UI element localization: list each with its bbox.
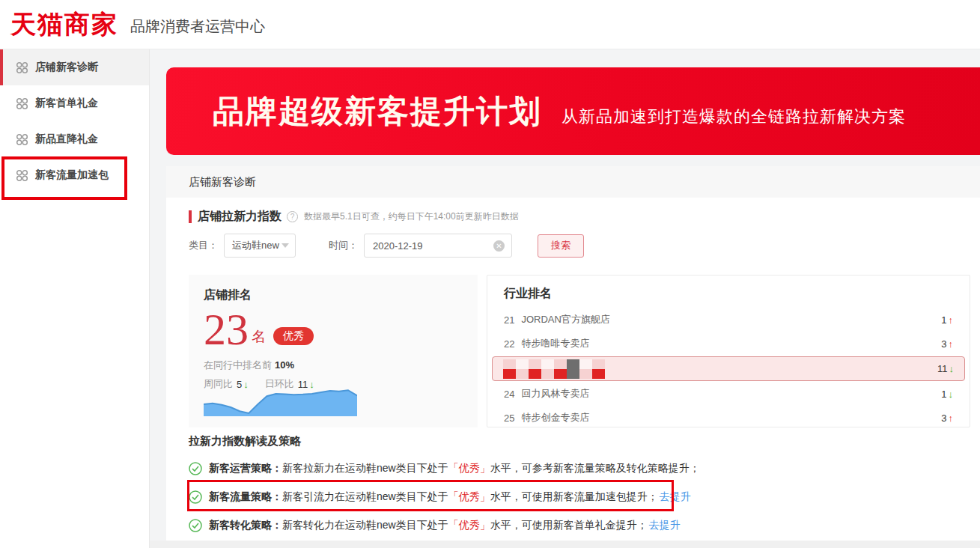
check-circle-icon xyxy=(189,462,202,475)
shop-rank-title: 店铺排名 xyxy=(204,287,463,303)
industry-rank-card: 行业排名 21 JORDAN官方旗舰店 1↑ 22 特步噜啡专卖店 3↑ xyxy=(487,275,970,427)
go-improve-link[interactable]: 去提升 xyxy=(660,490,691,504)
shop-rank-number: 23 xyxy=(204,308,249,351)
banner-subtitle: 从新品加速到打造爆款的全链路拉新解决方案 xyxy=(561,106,906,128)
strategy-grade: 「优秀」 xyxy=(448,519,490,532)
percentile-label: 在同行中排名前 xyxy=(204,359,272,371)
sidebar-item-new-product-discount-gift[interactable]: 新品直降礼金 xyxy=(0,121,149,157)
check-circle-icon xyxy=(189,490,202,504)
date-value: 2020-12-19 xyxy=(373,240,423,252)
strategies-title: 拉新力指数解读及策略 xyxy=(189,434,965,448)
industry-rank-title: 行业排名 xyxy=(487,284,970,308)
sidebar-item-label: 新客首单礼金 xyxy=(35,97,98,110)
strategy-grade: 「优秀」 xyxy=(448,490,490,504)
title-accent-bar xyxy=(189,210,192,223)
strategy-text-pre: 新客转化力在运动鞋new类目下处于 xyxy=(282,519,448,532)
strategy-line-traffic: 新客流量策略： 新客引流力在运动鞋new类目下处于 「优秀」 水平，可使用新客流… xyxy=(189,488,965,505)
strategy-text-pre: 新客引流力在运动鞋new类目下处于 xyxy=(282,490,448,504)
sidebar-nav: 店铺新客诊断 新客首单礼金 新品直降礼金 新客流量加速包 xyxy=(0,49,150,548)
sidebar-item-label: 新客流量加速包 xyxy=(35,168,109,182)
tmall-merchant-logo: 天猫商家 xyxy=(10,7,118,42)
arrow-down-icon: ↓ xyxy=(949,389,954,400)
sidebar-item-label: 店铺新客诊断 xyxy=(35,61,98,74)
strategy-text-pre: 新客拉新力在运动鞋new类目下处于 xyxy=(282,462,448,475)
row-rank: 22 xyxy=(504,338,514,350)
row-change-value: 1 xyxy=(941,389,946,400)
index-header: 店铺拉新力指数 ? 数据最早5.1日可查，约每日下午14:00前更新昨日数据 xyxy=(189,209,519,225)
row-shop-name: 回力风林专卖店 xyxy=(521,387,589,401)
arrow-up-icon: ↑ xyxy=(949,412,954,424)
page-bottom-strip xyxy=(150,541,980,548)
row-shop-name: JORDAN官方旗舰店 xyxy=(521,313,609,326)
arrow-up-icon: ↑ xyxy=(949,338,954,350)
industry-rank-row: 25 特步创金专卖店 3↑ xyxy=(487,406,970,430)
shop-rank-card: 店铺排名 23 名 优秀 在同行中排名前10% 周同比 5 ↓ 日环比 11 ↓ xyxy=(189,275,478,427)
chevron-down-icon xyxy=(281,243,289,248)
index-title: 店铺拉新力指数 xyxy=(198,209,281,225)
row-shop-name: 特步创金专卖店 xyxy=(521,411,589,424)
strategies-section: 拉新力指数解读及策略 新客运营策略： 新客拉新力在运动鞋new类目下处于 「优秀… xyxy=(189,434,965,534)
row-shop-name: 特步噜啡专卖店 xyxy=(521,337,589,350)
promo-banner: 品牌超级新客提升计划 从新品加速到打造爆款的全链路拉新解决方案 xyxy=(166,67,980,155)
sidebar-item-label: 新品直降礼金 xyxy=(35,133,98,146)
banner-title: 品牌超级新客提升计划 xyxy=(213,91,542,133)
row-rank: 25 xyxy=(504,412,514,424)
filter-row: 类目： 运动鞋new 时间： 2020-12-19 ✕ 搜索 xyxy=(189,234,584,258)
industry-rank-row: 22 特步噜啡专卖店 3↑ xyxy=(487,332,970,356)
strategy-label: 新客运营策略： xyxy=(209,462,282,475)
time-label: 时间： xyxy=(329,239,358,252)
strategy-line-operations: 新客运营策略： 新客拉新力在运动鞋new类目下处于 「优秀」 水平，可参考新客流… xyxy=(189,460,965,477)
search-button-label: 搜索 xyxy=(551,239,570,252)
industry-rank-row: 24 回力风林专卖店 1↓ xyxy=(487,382,970,406)
strategy-grade: 「优秀」 xyxy=(448,462,490,475)
grid-four-icon xyxy=(16,97,28,110)
strategy-label: 新客转化策略： xyxy=(209,519,282,532)
category-select[interactable]: 运动鞋new xyxy=(224,234,296,258)
search-button[interactable]: 搜索 xyxy=(538,234,584,258)
rank-line: 23 名 优秀 xyxy=(204,305,463,351)
row-change-value: 11 xyxy=(937,363,948,374)
strategy-text-post: 水平，可使用新客流量加速包提升； xyxy=(490,490,658,504)
grid-four-icon xyxy=(16,61,28,74)
arrow-up-icon: ↑ xyxy=(949,314,954,326)
go-improve-link[interactable]: 去提升 xyxy=(649,519,681,532)
industry-rank-row: 21 JORDAN官方旗舰店 1↑ xyxy=(487,308,970,332)
clear-circle-icon[interactable]: ✕ xyxy=(493,240,505,252)
strategy-text-post: 水平，可使用新客首单礼金提升； xyxy=(490,519,648,532)
redacted-shop-name xyxy=(503,359,605,379)
row-change-value: 3 xyxy=(941,338,946,350)
grid-four-icon xyxy=(16,169,28,182)
category-selected-value: 运动鞋new xyxy=(232,239,279,252)
row-change-value: 3 xyxy=(941,412,946,424)
section-title: 店铺新客诊断 xyxy=(189,175,256,189)
strategy-label: 新客流量策略： xyxy=(209,490,282,504)
row-change-value: 1 xyxy=(941,314,946,326)
strategy-line-conversion: 新客转化策略： 新客转化力在运动鞋new类目下处于 「优秀」 水平，可使用新客首… xyxy=(189,517,965,534)
date-input[interactable]: 2020-12-19 ✕ xyxy=(364,234,512,258)
sidebar-item-first-order-gift[interactable]: 新客首单礼金 xyxy=(0,85,149,121)
section-title-bar: 店铺新客诊断 xyxy=(166,166,980,198)
data-update-note: 数据最早5.1日可查，约每日下午14:00前更新昨日数据 xyxy=(304,210,519,223)
grid-four-icon xyxy=(16,133,28,146)
industry-rank-row-own-shop-highlighted: 11↓ xyxy=(492,356,965,381)
row-rank: 24 xyxy=(504,389,514,400)
content-panel: 店铺新客诊断 店铺拉新力指数 ? 数据最早5.1日可查，约每日下午14:00前更… xyxy=(166,166,980,541)
percentile-line: 在同行中排名前10% xyxy=(204,359,463,372)
sidebar-item-new-customer-traffic-accelerator[interactable]: 新客流量加速包 xyxy=(0,157,149,193)
question-circle-icon[interactable]: ? xyxy=(287,211,298,222)
check-circle-icon xyxy=(189,519,202,532)
row-rank: 21 xyxy=(504,314,514,326)
sidebar-item-shop-new-customer-diagnosis[interactable]: 店铺新客诊断 xyxy=(0,49,149,85)
category-label: 类目： xyxy=(189,239,218,252)
strategy-text-post: 水平，可参考新客流量策略及转化策略提升； xyxy=(490,462,700,475)
app-header: 天猫商家 品牌消费者运营中心 xyxy=(0,0,980,49)
shop-rank-unit: 名 xyxy=(252,327,266,347)
app-subtitle: 品牌消费者运营中心 xyxy=(130,16,265,37)
rank-trend-sparkline xyxy=(204,383,357,416)
grade-badge: 优秀 xyxy=(273,327,314,345)
arrow-down-icon: ↓ xyxy=(949,363,955,374)
percentile-value: 10% xyxy=(275,359,294,371)
